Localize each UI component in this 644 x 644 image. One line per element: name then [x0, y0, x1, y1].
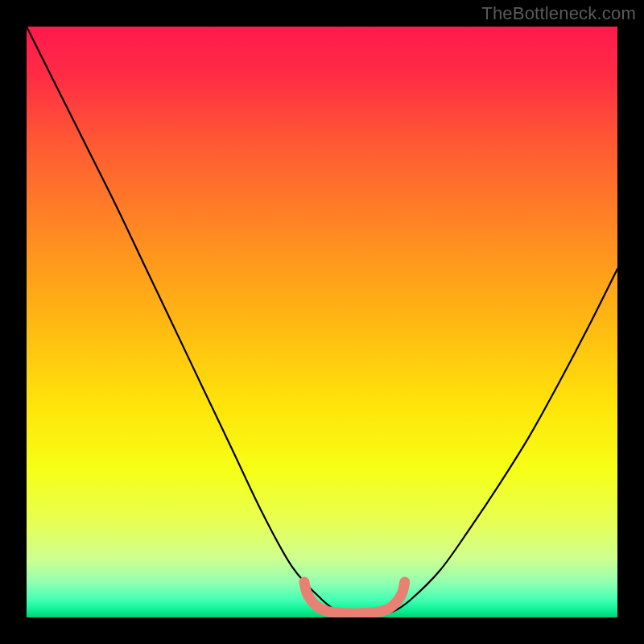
chart-frame: TheBottleneck.com [0, 0, 644, 644]
watermark-text: TheBottleneck.com [481, 3, 636, 24]
bottleneck-chart [27, 27, 617, 617]
gradient-background [27, 27, 617, 617]
plot-area [27, 27, 617, 617]
